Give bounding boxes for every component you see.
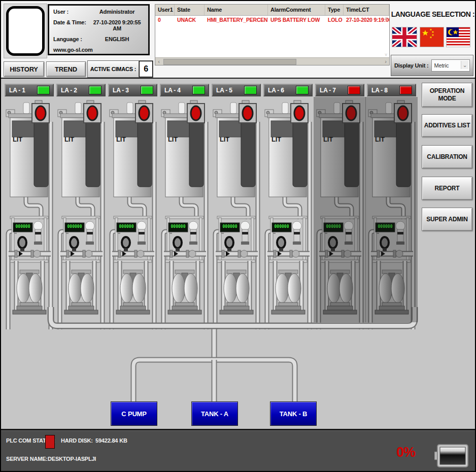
alarm-time: 27-10-2020 9:19:00 AM	[344, 16, 389, 24]
unit-label: LA - 7	[320, 87, 336, 94]
datetime-label: Date & Time:	[53, 19, 90, 31]
plant-overview: LA - 1 LIT 000000 LA - 2 LIT 000000 LA -…	[1, 78, 475, 429]
server-name-value: DESKTOP-IASPLJI	[48, 456, 96, 462]
unit-header[interactable]: LA - 2	[56, 84, 106, 96]
meter-led-display: 000000	[273, 222, 291, 230]
language-label: Language :	[53, 36, 90, 42]
status-indicator	[37, 86, 50, 94]
active-cimacs: ACTIVE CIMACS : 6	[87, 60, 153, 78]
logo-frame	[4, 4, 47, 58]
col-name: Name	[205, 5, 268, 15]
battery-icon	[434, 444, 469, 468]
active-cimacs-value: 6	[139, 61, 153, 77]
language-value: ENGLISH	[90, 36, 144, 42]
alarm-name: HMI_BATTERY_PERCENT	[205, 16, 268, 24]
col-type: Type	[325, 5, 344, 15]
unit-header[interactable]: LA - 3	[108, 84, 157, 96]
col-state: State	[175, 5, 205, 15]
tank-level-label: LIT	[116, 136, 126, 143]
dim-overlay	[314, 97, 366, 322]
status-indicator	[89, 86, 101, 94]
history-button[interactable]: HISTORY	[4, 61, 44, 77]
user-info-panel: User : Administrator Date & Time: 27-10-…	[48, 4, 150, 55]
unit-header[interactable]: LA - 4	[160, 84, 209, 96]
website-text: www.go-sl.com	[53, 47, 144, 53]
scroll-right-icon[interactable]: ›	[382, 58, 389, 65]
unit-header[interactable]: LA - 7	[315, 84, 364, 96]
chevron-down-icon[interactable]: ⌄	[461, 61, 468, 69]
unit-label: LA - 1	[9, 87, 25, 94]
dim-overlay	[365, 97, 418, 322]
meter-led-display: 000000	[221, 222, 239, 230]
language-selection-title: LANGUAGE SELECTION :	[391, 10, 475, 18]
col-user1: User1	[155, 5, 175, 15]
operation-mode-button[interactable]: OPERATION MODE	[422, 83, 472, 107]
display-unit-select[interactable]: Metric ⌄	[431, 59, 470, 72]
hscroll-track[interactable]	[162, 59, 382, 64]
hmi-screen: User : Administrator Date & Time: 27-10-…	[0, 0, 476, 472]
meter-led-display: 000000	[169, 222, 187, 230]
status-indicator	[296, 86, 309, 94]
status-indicator	[244, 86, 257, 94]
status-bar: PLC COM STATUS: HARD DISK: 59422.84 KB S…	[1, 429, 475, 471]
tank-a-node[interactable]: TANK - A	[191, 401, 238, 426]
calibration-button[interactable]: CALIBRATION	[422, 145, 472, 168]
trend-button[interactable]: TREND	[46, 61, 86, 77]
hard-disk-value: 59422.84 KB	[95, 437, 127, 444]
server-name-label: SERVER NAME:	[6, 456, 48, 462]
additives-list-button[interactable]: ADDITIVES LIST	[422, 114, 472, 137]
tank-b-node[interactable]: TANK - B	[270, 401, 317, 426]
plc-status-indicator	[45, 435, 55, 449]
tank-level-label: LIT	[168, 136, 178, 143]
alarm-table-header: User1 State Name AlarmComment Type TimeL…	[155, 5, 389, 16]
china-flag-icon[interactable]	[420, 27, 444, 47]
tank-level-label: LIT	[13, 136, 22, 143]
unit-la-5: LA - 5 LIT 000000	[212, 79, 261, 429]
status-indicator	[141, 86, 153, 94]
unit-label: LA - 4	[164, 87, 181, 94]
unit-la-8: LA - 8 LIT 000000	[367, 79, 416, 429]
unit-la-7: LA - 7 LIT 000000	[315, 79, 364, 429]
super-admin-button[interactable]: SUPER ADMIN	[422, 208, 472, 231]
unit-la-3: LA - 3 LIT 000000	[108, 79, 157, 429]
scroll-up-icon[interactable]: ˄	[385, 16, 387, 21]
malaysia-flag-icon[interactable]	[447, 27, 470, 47]
battery-percent: 0%	[396, 445, 415, 460]
unit-header[interactable]: LA - 5	[212, 84, 261, 96]
unit-la-4: LA - 4 LIT 000000	[160, 79, 209, 429]
alarm-hscrollbar: ‹ ›	[155, 57, 389, 65]
unit-la-1: LA - 1 LIT 000000	[5, 79, 54, 429]
user-value: Administrator	[90, 9, 144, 15]
hard-disk-label: HARD DISK:	[61, 437, 93, 444]
status-indicator	[348, 86, 360, 94]
report-button[interactable]: REPORT	[422, 177, 472, 200]
alarm-user1: 0	[155, 16, 175, 24]
scroll-left-icon[interactable]: ‹	[155, 58, 162, 65]
tank-level-label: LIT	[271, 136, 281, 143]
header: User : Administrator Date & Time: 27-10-…	[1, 1, 475, 78]
unit-header[interactable]: LA - 1	[5, 84, 54, 96]
uk-flag-icon[interactable]	[392, 27, 417, 47]
cpump-node[interactable]: C PUMP	[111, 401, 157, 426]
scroll-down-icon[interactable]: ˅	[385, 52, 387, 57]
alarm-row[interactable]: 0 UNACK HMI_BATTERY_PERCENT UPS BATTERY …	[155, 16, 389, 24]
unit-label: LA - 5	[216, 87, 232, 94]
user-label: User :	[53, 9, 90, 15]
col-timelct: TimeLCT	[344, 5, 389, 15]
unit-label: LA - 2	[61, 87, 77, 94]
hscroll-thumb[interactable]	[163, 59, 296, 65]
status-indicator	[192, 86, 205, 94]
unit-header[interactable]: LA - 6	[263, 84, 313, 96]
status-indicator	[399, 86, 412, 94]
unit-label: LA - 6	[268, 87, 284, 94]
unit-label: LA - 3	[113, 87, 129, 94]
active-cimacs-label: ACTIVE CIMACS :	[88, 61, 139, 77]
unit-header[interactable]: LA - 8	[367, 84, 416, 96]
display-unit-value: Metric	[434, 62, 449, 69]
unit-la-2: LA - 2 LIT 000000	[56, 79, 106, 429]
display-unit-label: Display Unit :	[394, 62, 429, 69]
alarm-vscroll[interactable]: ˄ ˅	[383, 16, 389, 57]
meter-led-display: 000000	[65, 222, 84, 230]
tank-level-label: LIT	[64, 136, 74, 143]
tank-level-label: LIT	[220, 136, 229, 143]
